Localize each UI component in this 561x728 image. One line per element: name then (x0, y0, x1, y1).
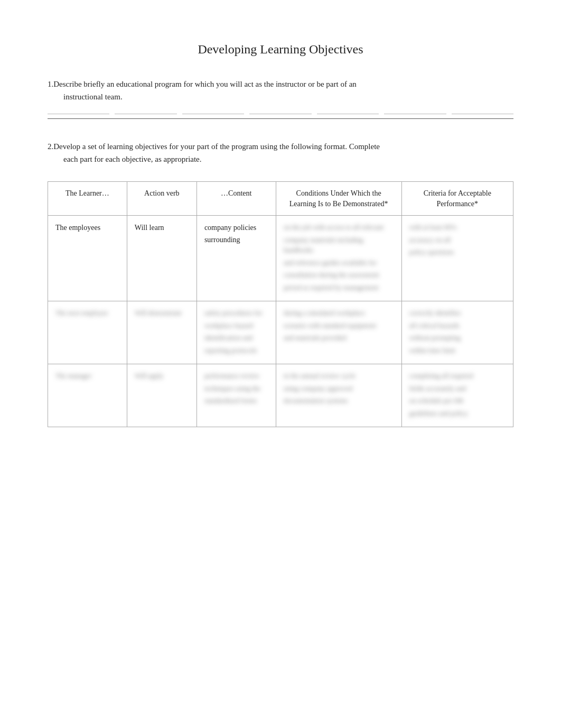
row1-col1: The employees (48, 216, 127, 301)
col-header-content: …Content (197, 182, 276, 216)
line-seg (452, 114, 513, 114)
section-2: 2.Develop a set of learning objectives f… (48, 140, 513, 165)
table-row: The next employee Will demonstrate safet… (48, 301, 513, 364)
solid-line-1 (48, 118, 513, 119)
row2-col4: during a simulated workplace scenario wi… (276, 301, 401, 364)
table-header-row: The Learner… Action verb …Content Condit… (48, 182, 513, 216)
line-seg (115, 114, 176, 114)
row3-col4: in the annual review cycle using company… (276, 364, 401, 427)
section1-text: 1.Describe briefly an educational progra… (48, 78, 513, 103)
col-header-learner: The Learner… (48, 182, 127, 216)
row1-col2: Will learn (127, 216, 197, 301)
section-1: 1.Describe briefly an educational progra… (48, 78, 513, 103)
line-seg (384, 114, 446, 114)
col-header-conditions: Conditions Under Which the Learning Is t… (276, 182, 401, 216)
line-seg (182, 114, 244, 114)
line-seg (317, 114, 379, 114)
row3-col1: The manager (48, 364, 127, 427)
row1-col3: company policies surrounding (197, 216, 276, 301)
row3-col5: completing all required fields accuratel… (401, 364, 513, 427)
writing-lines-1 (48, 114, 513, 135)
objectives-table: The Learner… Action verb …Content Condit… (48, 181, 513, 427)
page: Developing Learning Objectives 1.Describ… (0, 0, 561, 728)
row3-col3: performance review techniques using the … (197, 364, 276, 427)
table-row: The employees Will learn company policie… (48, 216, 513, 301)
line-seg (48, 114, 109, 114)
page-title: Developing Learning Objectives (48, 42, 513, 57)
row1-col4: on the job with access to all relevant c… (276, 216, 401, 301)
row2-col3: safety procedures for workplace hazard i… (197, 301, 276, 364)
col-header-action-verb: Action verb (127, 182, 197, 216)
row3-col2: Will apply (127, 364, 197, 427)
section2-text: 2.Develop a set of learning objectives f… (48, 140, 513, 165)
table-row: The manager Will apply performance revie… (48, 364, 513, 427)
row1-col5: with at least 90% accuracy on all policy… (401, 216, 513, 301)
col-header-criteria: Criteria for Acceptable Performance* (401, 182, 513, 216)
row2-col1: The next employee (48, 301, 127, 364)
row2-col5: correctly identifies all critical hazard… (401, 301, 513, 364)
line-seg (249, 114, 311, 114)
row2-col2: Will demonstrate (127, 301, 197, 364)
line-row-1 (48, 114, 513, 114)
